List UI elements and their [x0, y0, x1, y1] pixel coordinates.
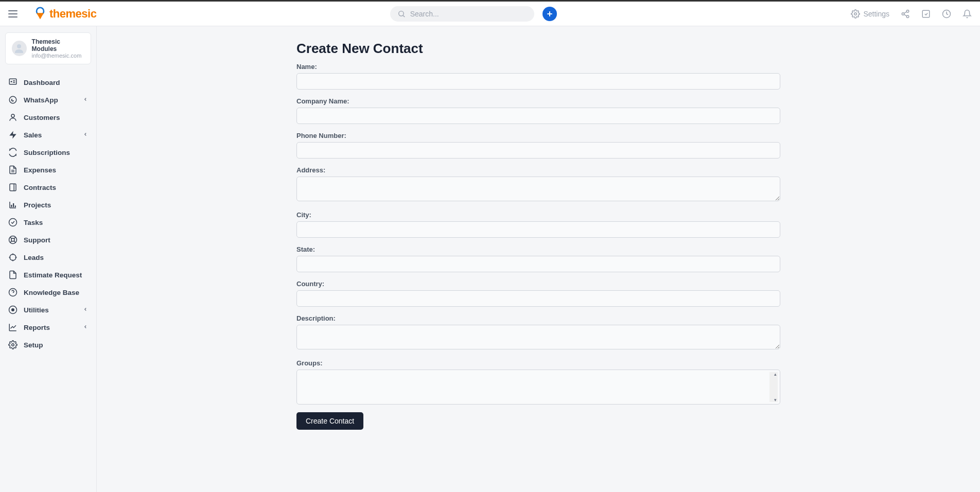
bolt-icon [8, 130, 18, 139]
sidebar-item-subscriptions[interactable]: Subscriptions [5, 144, 91, 161]
svg-rect-29 [15, 206, 16, 207]
svg-point-1 [399, 11, 404, 15]
sidebar-item-projects[interactable]: Projects [5, 196, 91, 214]
svg-point-5 [854, 12, 857, 15]
sidebar-item-utilities[interactable]: Utilities [5, 301, 91, 319]
sidebar-item-label: Reports [24, 324, 50, 331]
sidebar-item-label: Sales [24, 131, 42, 139]
country-field[interactable] [296, 290, 780, 307]
svg-point-37 [10, 254, 16, 260]
svg-point-48 [12, 344, 14, 346]
sidebar-item-label: Dashboard [24, 79, 60, 86]
sidebar-item-contracts[interactable]: Contracts [5, 179, 91, 196]
svg-rect-23 [10, 184, 16, 191]
sidebar-item-estimate-request[interactable]: Estimate Request [5, 266, 91, 284]
field-label: Description: [296, 314, 780, 322]
bell-icon[interactable] [962, 9, 972, 19]
phone-number-field[interactable] [296, 142, 780, 159]
svg-rect-27 [11, 205, 12, 207]
sidebar-item-label: Setup [24, 341, 43, 349]
search-icon [397, 9, 406, 19]
svg-line-35 [14, 237, 15, 239]
sidebar-item-whatsapp[interactable]: WhatsApp [5, 91, 91, 109]
sidebar-item-label: WhatsApp [24, 96, 58, 104]
field-label: Company Name: [296, 97, 780, 105]
sidebar-item-support[interactable]: Support [5, 231, 91, 249]
field-label: Groups: [296, 359, 780, 367]
add-button[interactable] [542, 7, 557, 21]
svg-line-2 [404, 15, 405, 17]
chevron-left-icon [83, 96, 88, 103]
sidebar-item-sales[interactable]: Sales [5, 126, 91, 144]
sidebar-item-reports[interactable]: Reports [5, 319, 91, 336]
settings-link[interactable]: Settings [851, 9, 889, 19]
groups-field[interactable]: ▴▾ [296, 370, 780, 405]
field-label: Name: [296, 63, 780, 71]
sidebar-item-label: Projects [24, 201, 51, 209]
settings-label: Settings [863, 10, 889, 18]
user-name: Themesic Modules [32, 38, 84, 52]
refresh-icon [8, 148, 18, 157]
search-input[interactable] [410, 10, 528, 18]
svg-line-36 [10, 241, 12, 242]
sidebar-item-leads[interactable]: Leads [5, 249, 91, 266]
search-box[interactable] [390, 6, 534, 22]
sidebar-item-label: Knowledge Base [24, 289, 79, 296]
menu-toggle[interactable] [8, 8, 21, 20]
sidebar-item-dashboard[interactable]: Dashboard [5, 74, 91, 91]
check-icon [8, 218, 18, 227]
brand-name: themesic [49, 7, 96, 21]
svg-point-19 [11, 114, 14, 117]
svg-line-9 [904, 14, 906, 16]
company-name-field[interactable] [296, 108, 780, 124]
sidebar-item-label: Leads [24, 254, 44, 261]
chevron-left-icon [83, 131, 88, 138]
sidebar-item-setup[interactable]: Setup [5, 336, 91, 354]
header: themesic Settings [0, 2, 980, 26]
chevron-left-icon [83, 324, 88, 331]
gear-icon [8, 340, 18, 349]
sidebar-item-label: Expenses [24, 166, 56, 174]
svg-point-7 [902, 12, 904, 15]
svg-point-15 [11, 81, 12, 82]
svg-line-33 [10, 237, 12, 239]
sidebar-item-knowledge-base[interactable]: Knowledge Base [5, 284, 91, 301]
check-square-icon[interactable] [921, 9, 931, 19]
sidebar-item-label: Estimate Request [24, 271, 82, 279]
state-field[interactable] [296, 256, 780, 272]
address-field[interactable] [296, 177, 780, 201]
user-card[interactable]: Themesic Modules info@themesic.com [5, 32, 91, 64]
doc-icon [8, 183, 18, 192]
svg-point-45 [12, 309, 14, 311]
description-field[interactable] [296, 325, 780, 349]
field-label: State: [296, 245, 780, 253]
sidebar-item-tasks[interactable]: Tasks [5, 214, 91, 231]
whatsapp-icon [8, 95, 18, 104]
sidebar-item-label: Contracts [24, 184, 56, 191]
sidebar-item-label: Tasks [24, 219, 43, 226]
logo-mark-icon [33, 7, 47, 21]
name-field[interactable] [296, 73, 780, 90]
field-label: Phone Number: [296, 132, 780, 139]
sidebar-item-customers[interactable]: Customers [5, 109, 91, 126]
page-title: Create New Contact [296, 41, 780, 57]
field-label: Country: [296, 280, 780, 288]
clock-icon[interactable] [942, 9, 951, 19]
city-field[interactable] [296, 221, 780, 238]
dashboard-icon [8, 78, 18, 87]
help-icon [8, 235, 18, 244]
field-label: Address: [296, 166, 780, 174]
svg-line-10 [904, 11, 906, 13]
estimate-icon [8, 270, 18, 279]
field-label: City: [296, 211, 780, 219]
create-contact-form: Name:Company Name:Phone Number:Address:C… [296, 63, 780, 430]
sidebar-item-label: Support [24, 236, 50, 244]
svg-point-13 [17, 44, 21, 48]
svg-rect-28 [13, 203, 14, 207]
sidebar-item-expenses[interactable]: Expenses [5, 161, 91, 179]
svg-rect-14 [9, 79, 16, 84]
create-contact-button[interactable]: Create Contact [296, 412, 363, 430]
brand-logo[interactable]: themesic [33, 7, 96, 21]
share-icon[interactable] [901, 9, 910, 19]
question-icon [8, 288, 18, 297]
